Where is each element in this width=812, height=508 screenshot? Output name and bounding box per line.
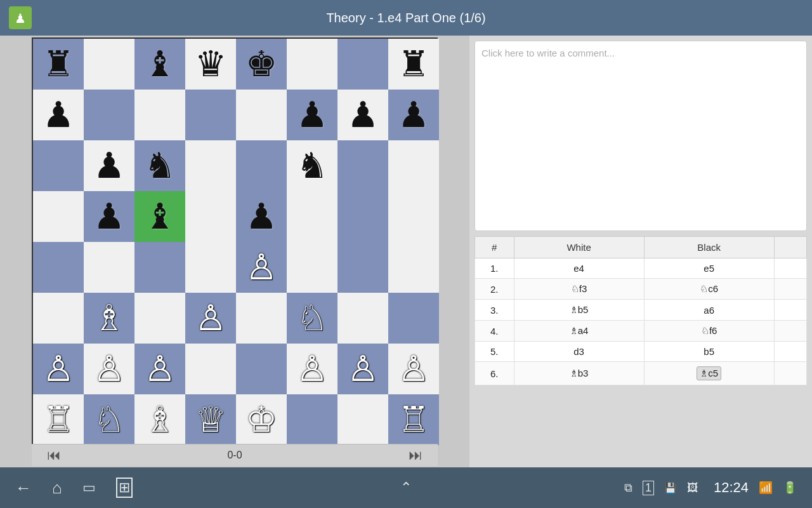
cell-g5[interactable] [337,191,388,242]
cell-d3[interactable]: ♙ [185,293,236,344]
cell-g2[interactable]: ♙ [337,344,388,394]
cell-c2[interactable]: ♙ [134,344,185,394]
cell-f1[interactable] [287,394,337,445]
white-move-5[interactable]: d3 [514,342,644,362]
cell-b7[interactable] [84,90,134,140]
cell-f3[interactable]: ♘ [287,293,337,344]
cell-f6[interactable]: ♞ [287,140,337,191]
cell-e4[interactable]: ♙ [236,242,287,293]
cell-h6[interactable] [388,140,439,191]
chess-board[interactable]: ♜ ♝ ♛ ♚ ♜ ♟ ♟ ♟ ♟ ♟ ♞ ♞ [32,37,438,444]
cell-e7[interactable] [236,90,287,140]
cell-g4[interactable] [337,242,388,293]
black-move-4[interactable]: ♘f6 [644,321,774,342]
cell-g6[interactable] [337,140,388,191]
white-move-2[interactable]: ♘f3 [514,279,644,300]
cell-d7[interactable] [185,90,236,140]
cell-c6[interactable]: ♞ [134,140,185,191]
cell-g3[interactable] [337,293,388,344]
storage-icon: 💾 [664,482,677,494]
cell-c7[interactable] [134,90,185,140]
table-row: 2. ♘f3 ♘c6 [475,279,807,300]
white-move-4[interactable]: ♗a4 [514,321,644,342]
cell-a1[interactable]: ♖ [33,394,84,445]
next-button[interactable]: ⏭ [403,444,428,466]
cell-h5[interactable] [388,191,439,242]
cell-f4[interactable] [287,242,337,293]
cell-c8[interactable]: ♝ [134,39,185,90]
cell-a8[interactable]: ♜ [33,39,84,90]
cell-f2[interactable]: ♙ [287,344,337,394]
cell-f7[interactable]: ♟ [287,90,337,140]
cell-h3[interactable] [388,293,439,344]
comment-input[interactable]: Click here to write a comment... [475,41,807,231]
cell-h2[interactable]: ♙ [388,344,439,394]
cell-a6[interactable] [33,140,84,191]
cell-e8[interactable]: ♚ [236,39,287,90]
cell-c4[interactable] [134,242,185,293]
cell-a7[interactable]: ♟ [33,90,84,140]
cell-b2[interactable]: ♙ [84,344,134,394]
battery-icon: 🔋 [783,481,797,495]
move-num-2: 2. [475,279,514,300]
cell-e3[interactable] [236,293,287,344]
cell-b5[interactable]: ♟ [84,191,134,242]
cell-d2[interactable] [185,344,236,394]
recent-icon[interactable]: ▭ [82,479,96,496]
cell-e5[interactable]: ♟ [236,191,287,242]
move-num-4: 4. [475,321,514,342]
black-move-5[interactable]: b5 [644,342,774,362]
extra-6 [774,362,806,385]
cell-g1[interactable] [337,394,388,445]
cell-g7[interactable]: ♟ [337,90,388,140]
cell-d4[interactable] [185,242,236,293]
home-icon[interactable]: ⌂ [52,478,62,498]
extra-3 [774,300,806,321]
white-move-3[interactable]: ♗b5 [514,300,644,321]
cell-d6[interactable] [185,140,236,191]
cell-c3[interactable] [134,293,185,344]
cell-g8[interactable] [337,39,388,90]
cell-d5[interactable] [185,191,236,242]
cell-c5[interactable]: ♝ [134,191,185,242]
cell-c1[interactable]: ♗ [134,394,185,445]
up-icon[interactable]: ⌃ [400,479,412,496]
cell-b4[interactable] [84,242,134,293]
back-icon[interactable]: ← [15,478,32,498]
white-move-1[interactable]: e4 [514,258,644,279]
cell-b6[interactable]: ♟ [84,140,134,191]
table-row: 3. ♗b5 a6 [475,300,807,321]
cell-d8[interactable]: ♛ [185,39,236,90]
black-move-3[interactable]: a6 [644,300,774,321]
grid-icon[interactable]: ⊞ [116,478,133,498]
white-move-6[interactable]: ♗b3 [514,362,644,385]
cell-b3[interactable]: ♗ [84,293,134,344]
cell-h4[interactable] [388,242,439,293]
black-move-2[interactable]: ♘c6 [644,279,774,300]
app-logo[interactable]: ♟ [8,5,33,30]
main-content: ♜ ♝ ♛ ♚ ♜ ♟ ♟ ♟ ♟ ♟ ♞ ♞ [0,36,812,467]
cell-h1[interactable]: ♖ [388,394,439,445]
table-row: 1. e4 e5 [475,258,807,279]
cell-b8[interactable] [84,39,134,90]
right-panel: Click here to write a comment... # White… [469,36,812,467]
cell-h8[interactable]: ♜ [388,39,439,90]
cell-e6[interactable] [236,140,287,191]
col-number: # [475,237,514,258]
cell-e2[interactable] [236,344,287,394]
table-row: 5. d3 b5 [475,342,807,362]
black-move-1[interactable]: e5 [644,258,774,279]
cell-h7[interactable]: ♟ [388,90,439,140]
cell-f5[interactable] [287,191,337,242]
prev-button[interactable]: ⏮ [42,444,66,466]
black-move-6[interactable]: ♗c5 [644,362,774,385]
cell-a3[interactable] [33,293,84,344]
cell-a2[interactable]: ♙ [33,344,84,394]
cell-d1[interactable]: ♕ [185,394,236,445]
cell-b1[interactable]: ♘ [84,394,134,445]
svg-text:♟: ♟ [15,11,26,25]
cell-a4[interactable] [33,242,84,293]
cell-e1[interactable]: ♔ [236,394,287,445]
cell-f8[interactable] [287,39,337,90]
cell-a5[interactable] [33,191,84,242]
